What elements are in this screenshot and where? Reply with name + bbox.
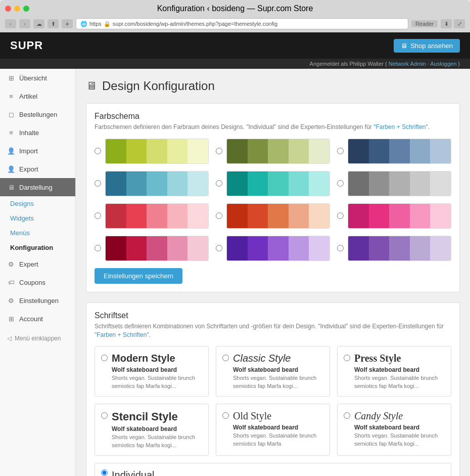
sidebar-sub-menu: Designs Widgets Menüs Konfiguration [0, 196, 75, 255]
minimize-dot[interactable] [14, 6, 20, 12]
lock-icon: 🔒 [104, 21, 111, 27]
color-swatches-4 [105, 171, 209, 196]
user-info-bar: Angemeldet als Philipp Walter ( Network … [0, 59, 470, 69]
font-modern-title: Modern Style [112, 353, 202, 364]
color-scheme-7-radio[interactable] [95, 212, 101, 219]
fullscreen-button[interactable]: ⤢ [454, 19, 465, 28]
share-button[interactable]: ⬆ [48, 19, 59, 28]
sidebar-label-export: Export [19, 165, 38, 173]
font-stencil-title: Stencil Style [112, 410, 202, 423]
color-scheme-10 [95, 236, 209, 261]
sidebar-label-artikel: Artikel [19, 93, 37, 100]
font-classic-radio[interactable] [222, 355, 229, 361]
forward-button[interactable]: › [19, 19, 30, 28]
color-scheme-grid [95, 139, 451, 261]
farbschema-desc: Farbschemen definieren den Farbraum dein… [95, 123, 451, 132]
close-dot[interactable] [5, 6, 11, 12]
color-scheme-2-radio[interactable] [216, 148, 222, 154]
font-classic-content: Classic Style Wolf skateboard beard Shor… [233, 353, 323, 390]
color-scheme-12-radio[interactable] [337, 245, 344, 251]
font-modern-radio[interactable] [101, 355, 108, 361]
shop-button[interactable]: 🖥 Shop ansehen [394, 39, 460, 53]
sidebar-label-ubersicht: Übersicht [19, 74, 47, 82]
save-button[interactable]: Einstellungen speichern [95, 268, 182, 284]
color-scheme-8 [216, 203, 330, 229]
font-item-stencil: Stencil Style Wolf skateboard beard Shor… [95, 404, 209, 456]
back-button[interactable]: ‹ [5, 19, 16, 28]
font-classic-desc: Shorts vegan. Sustainable brunch semioti… [233, 374, 323, 390]
sidebar-item-designs[interactable]: Designs [0, 196, 75, 211]
sidebar-label-inhalte: Inhalte [19, 129, 39, 137]
gear-icon: ⚙ [7, 260, 15, 268]
sidebar-item-bestellungen[interactable]: ◻ Bestellungen [0, 105, 75, 123]
font-modern-content: Modern Style Wolf skateboard beard Short… [112, 353, 202, 390]
farbschema-section: Farbschema Farbschemen definieren den Fa… [86, 103, 460, 292]
add-tab-button[interactable]: + [62, 19, 73, 28]
font-stencil-radio[interactable] [101, 412, 108, 419]
font-candy-bold: Wolf skateboard beard [354, 424, 445, 431]
sidebar-item-inhalte[interactable]: ≡ Inhalte [0, 123, 75, 142]
shop-button-label: Shop ansehen [410, 42, 453, 50]
font-candy-radio[interactable] [344, 412, 350, 419]
font-individual-content: Individual Wolf skateboard beard Shorts … [112, 469, 445, 476]
color-scheme-10-radio[interactable] [95, 245, 101, 251]
color-scheme-12 [337, 236, 451, 261]
font-press-radio[interactable] [344, 355, 350, 361]
color-scheme-11-radio[interactable] [216, 245, 222, 251]
page-icon: 🖥 [86, 79, 97, 93]
font-old-title: Old Style [233, 410, 323, 422]
collapse-button[interactable]: ◁ Menü einklappen [0, 330, 75, 347]
sidebar-item-import[interactable]: 👤 Import [0, 142, 75, 160]
farben-link[interactable]: "Farben + Schriften" [373, 123, 428, 131]
reader-button[interactable]: Reader [411, 20, 438, 27]
color-swatches-5 [226, 171, 330, 196]
sidebar-item-menus[interactable]: Menüs [0, 226, 75, 240]
color-scheme-4-radio[interactable] [95, 180, 101, 187]
font-old-radio[interactable] [222, 412, 229, 419]
logout-link[interactable]: Ausloggen [430, 61, 456, 67]
color-scheme-8-radio[interactable] [216, 212, 222, 219]
font-old-content: Old Style Wolf skateboard beard Shorts v… [233, 410, 323, 448]
color-scheme-1-radio[interactable] [95, 148, 101, 154]
font-individual-radio[interactable] [101, 469, 108, 476]
font-item-modern: Modern Style Wolf skateboard beard Short… [95, 346, 209, 397]
network-admin-link[interactable]: Network Admin [389, 61, 426, 67]
color-scheme-11 [216, 236, 330, 261]
sidebar-item-konfiguration[interactable]: Konfiguration [0, 240, 75, 255]
download-button[interactable]: ⬇ [441, 19, 452, 28]
schriften-link[interactable]: "Farben + Schriften" [95, 331, 149, 338]
sidebar-item-coupons[interactable]: 🏷 Coupons [0, 273, 75, 291]
cloud-button[interactable]: ☁ [33, 19, 44, 28]
lines-icon: ≡ [7, 128, 15, 137]
sidebar-item-einstellungen[interactable]: ⚙ Einstellungen [0, 291, 75, 310]
sidebar-item-export[interactable]: 👤 Export [0, 160, 75, 178]
color-scheme-9-radio[interactable] [337, 212, 344, 219]
box-icon: ◻ [7, 110, 15, 118]
sidebar-item-ubersicht[interactable]: ⊞ Übersicht [0, 69, 75, 87]
color-scheme-5 [216, 171, 330, 196]
browser-chrome: Konfiguration ‹ bosideng — Supr.com Stor… [0, 0, 470, 32]
font-grid: Modern Style Wolf skateboard beard Short… [95, 346, 451, 456]
sidebar-item-darstellung[interactable]: 🖥 Darstellung [0, 178, 75, 196]
color-swatches-8 [226, 203, 330, 229]
font-candy-desc: Shorts vegan. Sustainable brunch semioti… [354, 432, 445, 448]
color-scheme-3 [337, 139, 451, 164]
color-swatches-3 [348, 139, 451, 164]
color-swatches-7 [105, 203, 209, 229]
browser-action-buttons: ⬇ ⤢ [441, 19, 465, 28]
sidebar-label-coupons: Coupons [19, 279, 45, 286]
color-scheme-5-radio[interactable] [216, 180, 222, 187]
maximize-dot[interactable] [23, 6, 29, 12]
color-scheme-3-radio[interactable] [337, 148, 344, 154]
app-body: ⊞ Übersicht ≡ Artikel ◻ Bestellungen ≡ I… [0, 69, 470, 476]
url-bar[interactable]: 🌐 https 🔒 supr.com/bosideng/wp-admin/the… [76, 18, 408, 29]
color-scheme-6-radio[interactable] [337, 180, 344, 187]
sidebar-item-expert[interactable]: ⚙ Expert [0, 255, 75, 273]
sidebar-item-account[interactable]: ⊞ Account [0, 310, 75, 328]
url-https-label: https [89, 21, 102, 27]
closing-paren: ) [458, 61, 460, 67]
sidebar-item-widgets[interactable]: Widgets [0, 211, 75, 226]
user-info-text: Angemeldet als Philipp Walter ( [310, 61, 387, 67]
sidebar-item-artikel[interactable]: ≡ Artikel [0, 87, 75, 105]
sidebar-label-bestellungen: Bestellungen [19, 111, 57, 118]
